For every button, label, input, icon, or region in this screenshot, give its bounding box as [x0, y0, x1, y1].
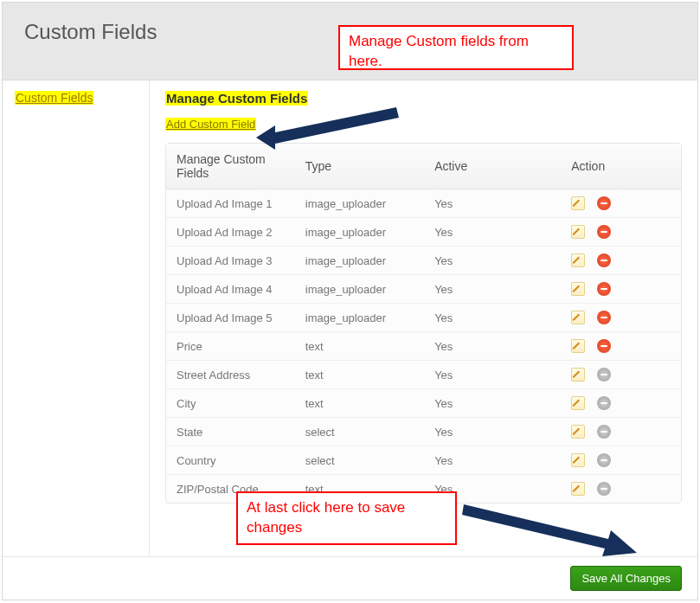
cell-type: image_uploader: [295, 218, 424, 247]
cell-name: State: [166, 418, 295, 446]
delete-icon[interactable]: [597, 396, 611, 410]
svg-marker-1: [462, 504, 637, 556]
table-row: Street AddresstextYes: [166, 361, 681, 389]
cell-action: [561, 304, 681, 332]
cell-name: Upload Ad Image 4: [166, 275, 295, 304]
delete-icon[interactable]: [597, 482, 611, 496]
edit-icon[interactable]: [571, 482, 585, 496]
cell-action: [561, 275, 681, 304]
cell-type: image_uploader: [295, 304, 424, 332]
main-content: Manage Custom Fields Add Custom Field Ma…: [150, 80, 697, 556]
cell-action: [561, 418, 681, 446]
custom-fields-table: Manage Custom Fields Type Active Action …: [165, 143, 682, 504]
add-custom-field-link[interactable]: Add Custom Field: [165, 118, 256, 131]
callout-save: At last click here to save changes: [236, 491, 457, 545]
edit-icon[interactable]: [571, 196, 585, 210]
cell-type: image_uploader: [295, 247, 424, 275]
cell-name: Upload Ad Image 3: [166, 247, 295, 275]
table-row: PricetextYes: [166, 332, 681, 361]
cell-name: Price: [166, 332, 295, 361]
cell-action: [561, 332, 681, 361]
delete-icon[interactable]: [597, 368, 611, 382]
edit-icon[interactable]: [571, 311, 585, 324]
sidebar: Custom Fields: [3, 80, 150, 556]
table-header-row: Manage Custom Fields Type Active Action: [166, 144, 681, 189]
cell-type: image_uploader: [295, 275, 424, 304]
cell-active: Yes: [424, 418, 561, 446]
cell-type: image_uploader: [295, 189, 424, 218]
cell-active: Yes: [424, 361, 561, 389]
cell-name: Country: [166, 446, 295, 475]
page-header: Custom Fields Manage Custom fields from …: [3, 3, 697, 80]
table-row: CountryselectYes: [166, 446, 681, 475]
delete-icon[interactable]: [597, 339, 611, 353]
table-row: CitytextYes: [166, 389, 681, 418]
col-header-name: Manage Custom Fields: [166, 144, 295, 189]
cell-action: [561, 389, 681, 418]
table-row: StateselectYes: [166, 418, 681, 446]
cell-action: [561, 247, 681, 275]
cell-active: Yes: [424, 332, 561, 361]
save-all-changes-button[interactable]: Save All Changes: [570, 566, 682, 591]
cell-name: Upload Ad Image 2: [166, 218, 295, 247]
footer-bar: Save All Changes: [3, 556, 697, 600]
sidebar-item-custom-fields[interactable]: Custom Fields: [15, 91, 93, 105]
delete-icon[interactable]: [597, 425, 611, 439]
cell-type: text: [295, 332, 424, 361]
delete-icon[interactable]: [597, 453, 611, 467]
delete-icon[interactable]: [597, 225, 611, 239]
cell-type: text: [295, 361, 424, 389]
cell-active: Yes: [424, 275, 561, 304]
cell-type: select: [295, 446, 424, 475]
edit-icon[interactable]: [571, 339, 585, 353]
cell-action: [561, 475, 681, 504]
cell-action: [561, 218, 681, 247]
col-header-action: Action: [561, 144, 681, 189]
cell-type: select: [295, 418, 424, 446]
cell-name: City: [166, 389, 295, 418]
callout-manage: Manage Custom fields from here.: [338, 25, 574, 70]
table-row: Upload Ad Image 4image_uploaderYes: [166, 275, 681, 304]
table-row: Upload Ad Image 1image_uploaderYes: [166, 189, 681, 218]
cell-action: [561, 189, 681, 218]
edit-icon[interactable]: [571, 253, 585, 267]
cell-name: Upload Ad Image 1: [166, 189, 295, 218]
table-row: Upload Ad Image 5image_uploaderYes: [166, 304, 681, 332]
table-row: Upload Ad Image 2image_uploaderYes: [166, 218, 681, 247]
edit-icon[interactable]: [571, 282, 585, 296]
cell-action: [561, 446, 681, 475]
section-title: Manage Custom Fields: [165, 91, 308, 106]
cell-active: Yes: [424, 446, 561, 475]
cell-active: Yes: [424, 247, 561, 275]
delete-icon[interactable]: [597, 282, 611, 296]
arrow-to-save: [461, 502, 643, 562]
cell-type: text: [295, 389, 424, 418]
page-title: Custom Fields: [24, 20, 157, 43]
col-header-type: Type: [295, 144, 424, 189]
cell-active: Yes: [424, 389, 561, 418]
delete-icon[interactable]: [597, 311, 611, 324]
cell-action: [561, 361, 681, 389]
col-header-active: Active: [424, 144, 561, 189]
table-row: Upload Ad Image 3image_uploaderYes: [166, 247, 681, 275]
edit-icon[interactable]: [571, 225, 585, 239]
delete-icon[interactable]: [597, 253, 611, 267]
edit-icon[interactable]: [571, 425, 585, 439]
cell-active: Yes: [424, 304, 561, 332]
cell-active: Yes: [424, 218, 561, 247]
cell-name: Street Address: [166, 361, 295, 389]
edit-icon[interactable]: [571, 453, 585, 467]
edit-icon[interactable]: [571, 396, 585, 410]
delete-icon[interactable]: [597, 196, 611, 210]
cell-active: Yes: [424, 189, 561, 218]
cell-name: Upload Ad Image 5: [166, 304, 295, 332]
edit-icon[interactable]: [571, 368, 585, 382]
